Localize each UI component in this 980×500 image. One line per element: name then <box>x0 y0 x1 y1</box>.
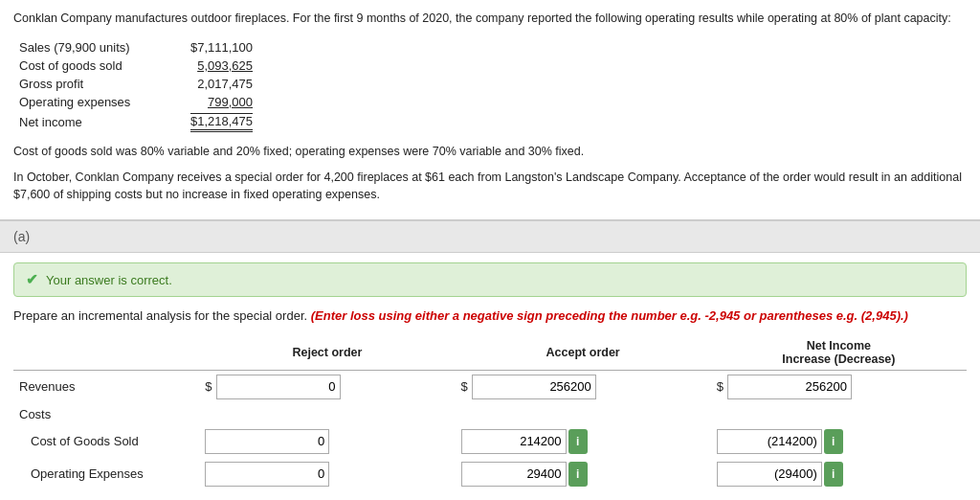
opex-label: Operating Expenses <box>13 458 199 490</box>
correct-banner: ✔ Your answer is correct. <box>13 262 967 297</box>
cogs-label: Cost of Goods Sold <box>13 425 199 458</box>
col-reject-header: Reject order <box>199 335 455 371</box>
financial-value: $7,111,100 <box>170 39 256 56</box>
cogs-net-cell: i <box>711 425 967 458</box>
costs-label: Costs <box>13 403 199 425</box>
opex-accept-input[interactable] <box>461 462 567 487</box>
opex-accept-info-button[interactable]: i <box>568 462 588 487</box>
prepare-text: Prepare an incremental analysis for the … <box>13 307 967 326</box>
cogs-net-info-button[interactable]: i <box>824 429 843 454</box>
analysis-table: Reject order Accept order Net Income Inc… <box>13 335 967 490</box>
financial-value: 2,017,475 <box>170 76 256 92</box>
costs-net-cell <box>711 403 967 425</box>
revenues-reject-dollar: $ <box>205 379 212 394</box>
revenues-net-group: $ <box>717 375 961 399</box>
cogs-reject-cell <box>199 425 455 458</box>
revenues-reject-cell: $ <box>199 370 455 403</box>
opex-reject-group <box>205 462 449 487</box>
financial-label: Sales (79,900 units) <box>15 39 168 56</box>
financial-label: Gross profit <box>15 76 168 92</box>
cogs-reject-group <box>205 429 449 454</box>
financial-value: 799,000 <box>170 94 256 110</box>
financial-row-cogs: Cost of goods sold 5,093,625 <box>15 57 256 74</box>
financial-label: Net income <box>15 112 168 133</box>
costs-header-row: Costs <box>13 403 967 425</box>
cogs-row: Cost of Goods Sold i i <box>13 425 967 458</box>
cogs-reject-input[interactable] <box>205 429 329 454</box>
financial-row-opex: Operating expenses 799,000 <box>15 94 256 110</box>
financials-table: Sales (79,900 units) $7,111,100 Cost of … <box>13 37 258 135</box>
section-a-label: (a) <box>13 229 30 244</box>
financial-row-sales: Sales (79,900 units) $7,111,100 <box>15 39 256 56</box>
intro-paragraph: Conklan Company manufactures outdoor fir… <box>13 10 967 28</box>
cogs-accept-info-button[interactable]: i <box>568 429 588 454</box>
revenues-row: Revenues $ $ $ <box>13 370 967 403</box>
col-netincome-header: Net Income Increase (Decrease) <box>711 335 967 371</box>
table-header-row: Reject order Accept order Net Income Inc… <box>13 335 967 371</box>
cogs-accept-input[interactable] <box>461 429 567 454</box>
revenues-net-cell: $ <box>711 370 967 403</box>
checkmark-icon: ✔ <box>26 271 38 288</box>
opex-accept-group: i <box>461 462 705 487</box>
notes-line1: Cost of goods sold was 80% variable and … <box>13 143 967 161</box>
revenues-net-dollar: $ <box>717 379 724 394</box>
opex-row: Operating Expenses i i <box>13 458 967 490</box>
financial-value: 5,093,625 <box>170 57 256 74</box>
opex-net-cell: i <box>711 458 967 490</box>
costs-reject-cell <box>199 403 455 425</box>
top-section: Conklan Company manufactures outdoor fir… <box>0 0 980 220</box>
cogs-net-group: i <box>717 429 961 454</box>
costs-accept-cell <box>456 403 711 425</box>
financial-label: Operating expenses <box>15 94 168 110</box>
revenues-accept-dollar: $ <box>461 379 468 394</box>
revenues-label: Revenues <box>13 370 199 403</box>
financial-row-net: Net income $1,218,475 <box>15 112 256 133</box>
section-a-header: (a) <box>0 220 980 253</box>
cogs-net-input[interactable] <box>717 429 822 454</box>
financial-value: $1,218,475 <box>170 112 256 133</box>
cogs-accept-group: i <box>461 429 705 454</box>
revenues-reject-input[interactable] <box>216 375 341 399</box>
revenues-net-input[interactable] <box>727 375 852 399</box>
cogs-accept-cell: i <box>456 425 711 458</box>
opex-net-input[interactable] <box>717 462 822 487</box>
prepare-static: Prepare an incremental analysis for the … <box>13 308 307 323</box>
notes-line2: In October, Conklan Company receives a s… <box>13 169 967 205</box>
revenues-accept-group: $ <box>461 375 705 399</box>
revenues-reject-group: $ <box>205 375 449 399</box>
financial-row-gross: Gross profit 2,017,475 <box>15 76 256 92</box>
correct-text: Your answer is correct. <box>46 273 172 287</box>
opex-reject-input[interactable] <box>205 462 329 487</box>
financial-label: Cost of goods sold <box>15 57 168 74</box>
opex-net-info-button[interactable]: i <box>824 462 843 487</box>
opex-accept-cell: i <box>456 458 711 490</box>
opex-net-group: i <box>717 462 961 487</box>
prepare-instruction: (Enter loss using either a negative sign… <box>311 308 908 323</box>
revenues-accept-input[interactable] <box>472 375 596 399</box>
col-accept-header: Accept order <box>456 335 711 371</box>
opex-reject-cell <box>199 458 455 490</box>
revenues-accept-cell: $ <box>456 370 711 403</box>
col-label-header <box>13 335 199 371</box>
